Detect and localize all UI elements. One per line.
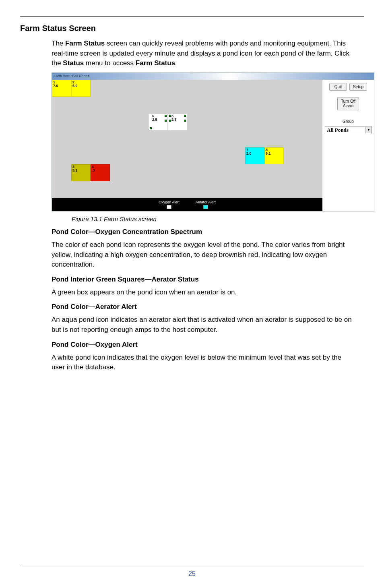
empty-cell — [187, 114, 206, 130]
empty-cell — [245, 164, 264, 181]
body-oxygen-alert: A white pond icon indicates that the oxy… — [52, 353, 356, 373]
intro-text: . — [175, 59, 177, 67]
empty-cell — [91, 97, 110, 114]
empty-cell — [168, 164, 187, 181]
empty-cell — [226, 97, 245, 114]
empty-cell — [71, 130, 91, 147]
pond-5[interactable]: 5 2.5 — [149, 114, 168, 130]
empty-cell — [303, 114, 322, 130]
empty-cell — [226, 114, 245, 130]
empty-cell — [91, 130, 110, 147]
aerator-alert-swatch-icon — [203, 205, 208, 209]
empty-cell — [226, 181, 245, 198]
aerator-on-icon — [165, 115, 167, 117]
empty-cell — [52, 97, 71, 114]
empty-cell — [303, 80, 322, 97]
window-title-bar: Farm Status All Ponds — [52, 73, 374, 80]
oxygen-alert-swatch-icon — [167, 205, 171, 209]
empty-cell — [226, 130, 245, 147]
empty-cell — [303, 181, 322, 198]
empty-cell — [284, 181, 303, 198]
empty-cell — [187, 181, 206, 198]
empty-cell — [71, 147, 91, 164]
empty-cell — [284, 130, 303, 147]
legend-oxygen-alert: Oxygen Alert — [159, 200, 180, 209]
empty-cell — [226, 147, 245, 164]
empty-cell — [245, 181, 264, 198]
body-pond-color-oxygen: The color of each pond icon represents t… — [52, 240, 356, 270]
pond-8[interactable]: 8 6.1 — [264, 147, 284, 164]
pond-4[interactable]: 4 .0 — [91, 164, 110, 181]
empty-cell — [52, 164, 71, 181]
pond-value: 6.1 — [266, 152, 283, 155]
pond-value: 2.5 — [169, 118, 186, 122]
empty-cell — [129, 147, 149, 164]
empty-cell — [206, 130, 226, 147]
empty-cell — [129, 97, 149, 114]
farm-status-window: Farm Status All Ponds 1 7.0 2 6.9 — [52, 72, 374, 211]
empty-cell — [264, 80, 284, 97]
empty-cell — [187, 130, 206, 147]
pond-2[interactable]: 2 6.9 — [71, 80, 91, 97]
aerator-on-icon — [165, 120, 167, 122]
empty-cell — [264, 164, 284, 181]
chevron-down-icon[interactable]: ▾ — [365, 127, 371, 133]
quit-button[interactable]: Quit — [329, 83, 347, 91]
pond-value: .0 — [92, 169, 109, 172]
subhead-aerator-status: Pond Interior Green Squares—Aerator Stat… — [52, 275, 356, 284]
empty-cell — [303, 97, 322, 114]
empty-cell — [110, 181, 129, 198]
body-aerator-alert: An aqua pond icon indicates an aerator a… — [52, 315, 356, 335]
empty-cell — [149, 164, 168, 181]
empty-cell — [303, 147, 322, 164]
empty-cell — [264, 181, 284, 198]
side-panel: Quit Setup Turn OffAlarm Group All Ponds… — [322, 80, 374, 211]
empty-cell — [168, 80, 187, 97]
aerator-on-icon — [184, 115, 186, 117]
empty-cell — [168, 181, 187, 198]
legend-label: Aerator Alert — [196, 200, 216, 204]
pond-1[interactable]: 1 7.0 — [52, 80, 71, 97]
empty-cell — [91, 147, 110, 164]
page-number: 25 — [20, 570, 364, 578]
empty-cell — [206, 80, 226, 97]
intro-paragraph: The Farm Status screen can quickly revea… — [52, 39, 356, 68]
pond-7[interactable]: 7 2.0 — [245, 147, 264, 164]
empty-cell — [226, 164, 245, 181]
empty-cell — [149, 147, 168, 164]
legend-aerator-alert: Aerator Alert — [196, 200, 216, 209]
empty-cell — [187, 147, 206, 164]
empty-cell — [284, 80, 303, 97]
empty-cell — [245, 114, 264, 130]
empty-cell — [129, 164, 149, 181]
intro-text: menu to access — [84, 59, 136, 67]
empty-cell — [284, 164, 303, 181]
empty-cell — [129, 114, 149, 130]
aerator-on-icon — [169, 120, 171, 122]
empty-cell — [168, 97, 187, 114]
empty-cell — [149, 97, 168, 114]
empty-cell — [187, 80, 206, 97]
aerator-on-icon — [150, 127, 152, 129]
empty-cell — [168, 147, 187, 164]
pond-6[interactable]: 6 2.5 — [168, 114, 187, 130]
aerator-on-icon — [169, 115, 171, 117]
top-divider — [20, 16, 364, 17]
pond-3[interactable]: 3 5.1 — [71, 164, 91, 181]
turn-off-alarm-button[interactable]: Turn OffAlarm — [337, 97, 359, 110]
legend-bar: Oxygen Alert Aerator Alert — [52, 198, 322, 211]
empty-cell — [245, 80, 264, 97]
empty-cell — [71, 114, 91, 130]
setup-button[interactable]: Setup — [349, 83, 367, 91]
farm-status-screenshot: Farm Status All Ponds 1 7.0 2 6.9 — [52, 72, 374, 222]
empty-cell — [129, 130, 149, 147]
group-select[interactable]: All Ponds ▾ — [325, 126, 372, 134]
empty-cell — [264, 97, 284, 114]
empty-cell — [245, 130, 264, 147]
pond-value: 5.1 — [72, 169, 89, 172]
empty-cell — [110, 80, 129, 97]
empty-cell — [206, 147, 226, 164]
empty-cell — [264, 130, 284, 147]
empty-cell — [187, 164, 206, 181]
pond-value: 2.0 — [246, 152, 263, 155]
